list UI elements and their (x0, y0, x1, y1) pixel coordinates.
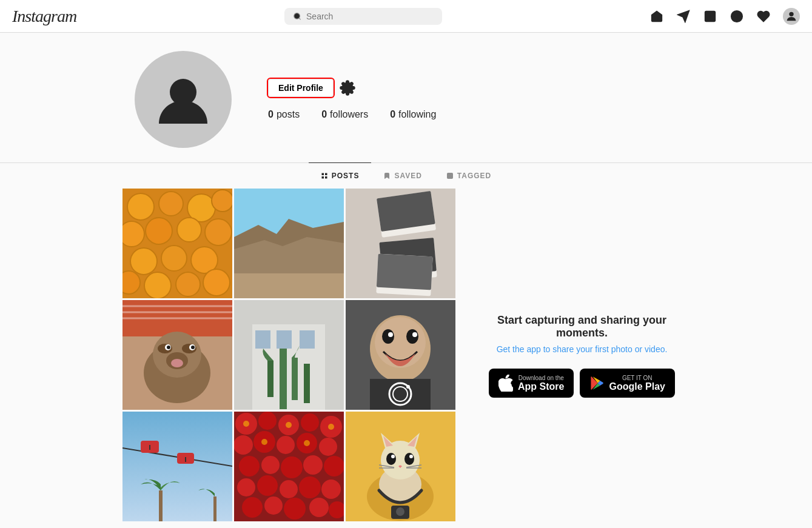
grid-cell-8[interactable] (234, 412, 344, 521)
tab-posts[interactable]: POSTS (309, 162, 372, 189)
edit-profile-button[interactable]: Edit Profile (268, 79, 334, 97)
svg-rect-64 (300, 330, 315, 349)
bookmark-icon (383, 172, 391, 179)
grid-cell-7[interactable] (122, 412, 232, 521)
explore-icon[interactable] (730, 9, 744, 24)
svg-point-102 (281, 456, 303, 478)
google-play-sublabel: GET IT ON (609, 375, 665, 381)
svg-point-57 (191, 346, 195, 349)
svg-point-104 (324, 456, 344, 476)
home-icon[interactable] (649, 9, 664, 24)
content-area: Start capturing and sharing your moments… (122, 189, 690, 528)
profile-section: Edit Profile 0 posts 0 followers (122, 33, 690, 162)
svg-point-0 (294, 13, 300, 19)
activity-icon[interactable] (756, 9, 771, 24)
svg-point-111 (264, 496, 283, 515)
svg-point-97 (277, 436, 295, 454)
svg-point-100 (239, 456, 260, 476)
svg-point-126 (391, 455, 395, 458)
svg-point-17 (449, 175, 451, 176)
svg-point-9 (789, 12, 793, 16)
svg-rect-13 (325, 173, 327, 176)
grid-cell-4[interactable] (122, 300, 232, 410)
google-play-icon (589, 376, 604, 390)
direct-icon[interactable] (676, 9, 691, 24)
svg-point-108 (299, 476, 321, 498)
svg-point-25 (177, 218, 201, 242)
svg-point-33 (203, 269, 230, 296)
svg-point-109 (321, 480, 341, 499)
svg-rect-87 (159, 490, 163, 521)
svg-point-27 (130, 248, 157, 275)
app-store-name: App Store (518, 381, 564, 392)
svg-rect-15 (325, 176, 327, 179)
photo-grid (122, 189, 456, 523)
logo: Instagram (12, 7, 76, 26)
svg-point-112 (284, 498, 306, 520)
svg-marker-3 (678, 10, 689, 21)
svg-rect-44 (377, 254, 433, 290)
app-store-text: Download on the App Store (518, 375, 564, 392)
profile-avatar (135, 51, 232, 148)
svg-point-91 (258, 412, 277, 430)
grid-cell-2[interactable] (234, 189, 344, 298)
svg-point-73 (406, 329, 418, 344)
svg-rect-88 (213, 496, 216, 521)
svg-point-125 (404, 453, 414, 465)
svg-point-72 (382, 329, 394, 344)
app-store-sublabel: Download on the (518, 375, 564, 381)
new-post-icon[interactable] (703, 9, 717, 24)
svg-point-75 (412, 332, 417, 337)
tab-saved[interactable]: SAVED (371, 162, 434, 189)
grid-cell-1[interactable] (122, 189, 232, 298)
svg-point-23 (122, 221, 144, 247)
search-bar[interactable] (284, 8, 442, 25)
svg-point-124 (386, 453, 396, 465)
grid-cell-6[interactable] (346, 300, 455, 410)
svg-point-133 (396, 507, 404, 516)
svg-point-28 (161, 246, 187, 271)
search-input[interactable] (306, 12, 434, 21)
store-buttons: Download on the App Store GET IT ON Goog… (489, 369, 675, 398)
posts-stat: 0 posts (268, 109, 300, 120)
svg-rect-65 (280, 349, 287, 409)
svg-point-31 (144, 272, 171, 298)
grid-cell-3[interactable] (346, 189, 455, 298)
grid-cell-9[interactable] (346, 412, 455, 521)
svg-point-20 (159, 192, 183, 216)
tab-posts-label: POSTS (332, 172, 360, 180)
svg-point-107 (280, 480, 298, 498)
posts-count: 0 (268, 109, 273, 120)
svg-rect-66 (267, 361, 273, 397)
following-stat[interactable]: 0 following (390, 109, 436, 120)
user-avatar[interactable] (783, 8, 800, 25)
svg-point-101 (261, 456, 280, 474)
svg-rect-14 (321, 176, 324, 179)
svg-rect-62 (255, 330, 270, 349)
followers-count: 0 (321, 109, 327, 120)
profile-stats: 0 posts 0 followers 0 following (268, 109, 677, 120)
svg-point-110 (242, 497, 263, 518)
svg-point-116 (286, 422, 292, 428)
svg-point-79 (406, 385, 410, 389)
google-play-name: Google Play (609, 381, 665, 392)
grid-row-2 (122, 300, 456, 410)
tab-tagged[interactable]: TAGGED (434, 162, 503, 189)
posts-label: posts (277, 109, 300, 120)
svg-point-106 (257, 475, 278, 496)
svg-point-95 (234, 435, 253, 455)
header-icons (649, 8, 800, 25)
profile-header: Edit Profile 0 posts 0 followers (135, 51, 677, 148)
app-store-button[interactable]: Download on the App Store (489, 369, 574, 398)
app-section-subtitle: Get the app to share your first photo or… (497, 344, 668, 354)
svg-rect-68 (304, 364, 310, 403)
settings-icon[interactable] (340, 80, 355, 96)
grid-cell-5[interactable] (234, 300, 344, 410)
google-play-button[interactable]: GET IT ON Google Play (580, 369, 674, 398)
followers-stat[interactable]: 0 followers (321, 109, 368, 120)
svg-point-117 (328, 424, 334, 430)
svg-rect-12 (321, 173, 324, 176)
profile-actions: Edit Profile (268, 79, 677, 97)
svg-line-1 (299, 18, 301, 19)
svg-point-118 (261, 439, 267, 445)
